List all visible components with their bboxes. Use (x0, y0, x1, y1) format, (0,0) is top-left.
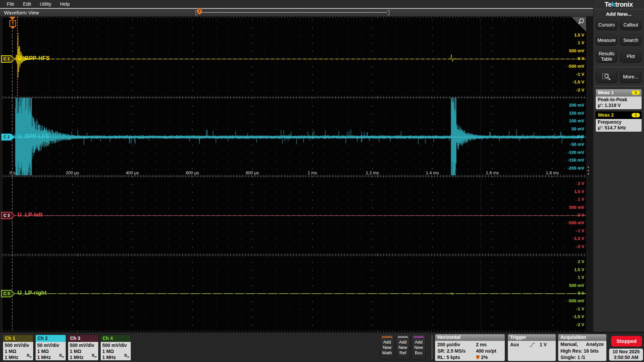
run-state-badge[interactable]: Stopped (611, 336, 642, 347)
meas-name: Meas 2 (598, 112, 614, 118)
add-button-line: Add (380, 340, 394, 345)
tektronix-logo: Tektronix (593, 1, 644, 8)
record-view-line (198, 12, 387, 13)
time-label: 3:50:50 AM (609, 355, 643, 360)
add-new-label: Add New... (593, 11, 644, 17)
channel-scale: 50 mV/div (37, 342, 66, 348)
channel-badge-label: C 3 (2, 213, 14, 219)
meas-card-body: Frequencyμ': 514.7 kHz (596, 119, 642, 132)
channel-name: Ch 2 (36, 335, 66, 342)
channel-settings-ch4[interactable]: Ch 4500 mV/div1 MΩ1 MHzBw (100, 335, 131, 361)
more-button[interactable]: More... (620, 70, 641, 83)
menu-items: FileEditUtilityHelp (0, 1, 77, 7)
trigger-level: 1 V (540, 342, 547, 348)
channel-settings-body: 500 mV/div1 MΩ1 MHzBw (3, 342, 33, 361)
add-new-ref-button[interactable]: AddNewRef (396, 335, 410, 360)
meas-card-1[interactable]: Meas 11Peak-to-Peakμ': 1.319 V (595, 89, 642, 110)
trigger-panel[interactable]: Trigger Aux 1 V (507, 334, 556, 361)
meas-type: Peak-to-Peak (598, 97, 640, 103)
acquisition-mode: Manual, (560, 342, 578, 347)
panel-resize-grip[interactable] (588, 167, 590, 175)
menu-item-edit[interactable]: Edit (22, 1, 39, 7)
sidebar: Tektronix Add New... CursorsCalloutMeasu… (593, 0, 644, 334)
channel-settings-body: 500 mV/div1 MΩ1 MHzBw (68, 342, 98, 361)
menu-item-file[interactable]: File (5, 1, 22, 7)
menu-item-help[interactable]: Help (59, 1, 77, 7)
acquisition-analyze: Analyze (586, 342, 604, 347)
acquisition-panel[interactable]: Acquisition Manual, Analyze High Res: 16… (558, 334, 607, 361)
add-button-line: Math (380, 350, 394, 356)
meas-card-body: Peak-to-Peakμ': 1.319 V (596, 97, 642, 109)
add-button-line: Add (396, 340, 410, 345)
channel-scale: 500 mV/div (70, 342, 98, 348)
menu-item-utility[interactable]: Utility (39, 1, 59, 7)
channel-settings-ch3[interactable]: Ch 3500 mV/div1 MΩ1 MHzBw (68, 335, 99, 361)
channel-scale: 500 mV/div (102, 342, 131, 348)
sidebar-tool-row: More... (593, 67, 644, 86)
trigger-position: T 2% (476, 354, 488, 360)
channel-settings-ch2[interactable]: Ch 250 mV/div1 MΩ1 MHzBw (35, 335, 66, 361)
accent-stripe (398, 337, 408, 338)
plot-button[interactable]: Plot (620, 50, 641, 63)
add-new-math-button[interactable]: AddNewMath (380, 335, 394, 360)
record-view-trigger-icon[interactable]: T (197, 9, 202, 15)
trigger-panel-body: Aux 1 V (508, 341, 556, 361)
acquisition-panel-body: Manual, Analyze High Res: 16 bits Single… (558, 341, 606, 361)
sidebar-buttons: CursorsCalloutMeasureSearchResults Table… (593, 19, 644, 63)
horizontal-panel[interactable]: Horizontal 200 μs/div SR: 2.5 MS/s RL: 5… (435, 334, 505, 361)
waveform-view: Waveform View T T C 1U_BPP-HFS1.5 V1 V50… (0, 8, 593, 332)
zoom-select-button[interactable] (596, 70, 617, 83)
record-view-right-bracket[interactable] (387, 10, 389, 15)
channel-badge-label: C 4 (2, 291, 14, 297)
horizontal-scale: 200 μs/div (437, 342, 460, 348)
measurement-list: Meas 11Peak-to-Peakμ': 1.319 VMeas 21Fre… (593, 86, 644, 134)
divider (432, 335, 432, 359)
bandwidth-limit-icon: Bw (92, 352, 97, 360)
callout-button[interactable]: Callout (620, 19, 641, 30)
channel-settings-ch1[interactable]: Ch 1500 mV/div1 MΩ1 MHzBw (3, 335, 34, 361)
acquisition-single: Single: 1 /1 (560, 354, 585, 360)
bottom-bar: Horizontal 200 μs/div SR: 2.5 MS/s RL: 5… (0, 332, 644, 362)
meas-name: Meas 1 (598, 90, 614, 95)
horizontal-panel-title: Horizontal (435, 334, 505, 341)
waveform-view-title: Waveform View (4, 10, 39, 15)
channel-badge-label: C 2 (2, 134, 14, 140)
add-button-line: Ref (396, 350, 410, 356)
meas-source-badge: 1 (632, 90, 640, 95)
results-table-button[interactable]: Results Table (596, 50, 617, 63)
plot-area[interactable] (3, 17, 586, 332)
record-length: RL: 5 kpts (437, 354, 460, 360)
sample-interval: 400 ns/pt (476, 348, 496, 354)
acquisition-panel-title: Acquisition (558, 334, 606, 341)
add-button-line: New (380, 345, 394, 350)
horizontal-span: 2 ms (476, 342, 487, 348)
add-new-bus-button[interactable]: AddNewBus (412, 335, 426, 360)
channel-scale: 500 mV/div (5, 342, 33, 348)
measure-button[interactable]: Measure (596, 35, 617, 46)
add-button-line: Bus (412, 350, 425, 356)
datetime-display: 10 Nov 2025 3:50:50 AM (609, 349, 643, 361)
add-button-line: New (412, 345, 425, 350)
add-button-line: Add (412, 340, 425, 345)
meas-value: μ': 1.319 V (598, 103, 640, 108)
channel-badge-label: C 1 (2, 56, 14, 62)
divider (593, 9, 644, 9)
accent-stripe (414, 337, 424, 338)
channel-name: Ch 4 (101, 335, 131, 342)
cursors-button[interactable]: Cursors (596, 19, 617, 30)
meas-value: μ': 514.7 kHz (598, 125, 640, 131)
waveform-view-titlebar[interactable]: Waveform View T (0, 9, 593, 16)
menu-bar: FileEditUtilityHelp (0, 0, 593, 8)
bandwidth-limit-icon: Bw (27, 352, 32, 360)
acquisition-resolution: High Res: 16 bits (560, 348, 599, 354)
meas-card-header: Meas 11 (596, 89, 642, 97)
add-button-line: New (396, 345, 410, 350)
meas-card-2[interactable]: Meas 21Frequencyμ': 514.7 kHz (595, 111, 642, 132)
search-button[interactable]: Search (620, 35, 641, 46)
accent-stripe (382, 337, 392, 338)
date-label: 10 Nov 2025 (609, 349, 643, 355)
channel-settings-body: 50 mV/div1 MΩ1 MHzBw (36, 342, 66, 361)
bandwidth-limit-icon: Bw (59, 352, 64, 360)
horizontal-panel-body: 200 μs/div SR: 2.5 MS/s RL: 5 kpts 2 ms … (435, 341, 505, 361)
meas-type: Frequency (598, 119, 640, 125)
